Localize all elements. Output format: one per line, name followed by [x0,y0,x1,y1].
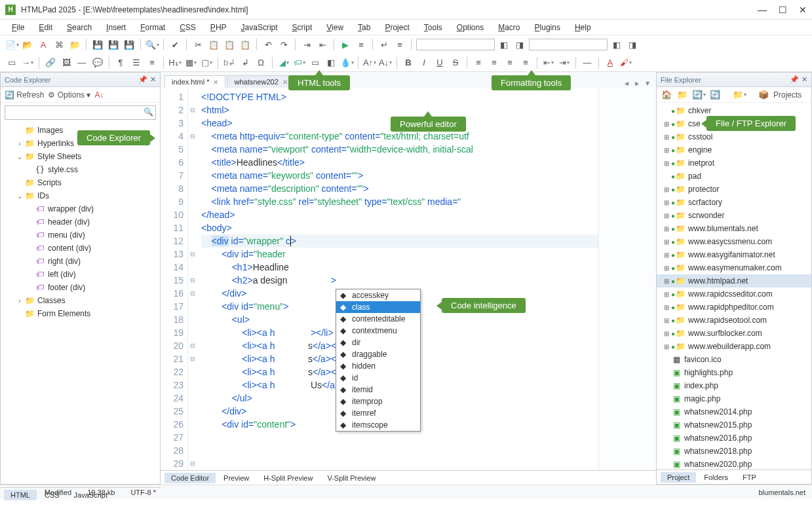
link-icon[interactable]: 🔗 [44,56,57,69]
bottom-tab[interactable]: Folders [697,472,735,483]
tab-menu-icon[interactable]: ▾ [643,79,652,88]
autocomplete-item[interactable]: ◆contextmenu [336,325,420,337]
close-panel-icon[interactable]: ✕ [802,75,807,84]
tree-item[interactable]: 🏷left (div) [1,268,160,281]
tree-item[interactable]: ▣magic.php [657,392,811,405]
autocomplete-item[interactable]: ◆itemprop [336,396,420,407]
tree-item[interactable]: ⊞● 📁www.surfblocker.com [657,327,811,340]
autocomplete-item[interactable]: ◆itemscope [336,419,420,431]
menu-edit[interactable]: Edit [32,22,59,33]
combo1-btn1[interactable]: ◧ [497,38,511,51]
folder-icon[interactable]: 📁 [676,88,688,101]
tag-icon[interactable]: 🏷 [293,56,306,69]
comment-icon[interactable]: 💬 [91,56,104,69]
preview-button[interactable]: ▶ [339,38,352,51]
autocomplete-item[interactable]: ◆dir [336,337,420,348]
tree-item[interactable]: ● 📁pad [657,170,811,183]
combo2-btn2[interactable]: ◨ [626,38,639,51]
align-justify-icon[interactable]: ≡ [519,56,532,69]
tree-item[interactable]: ● 📁chkver [657,104,811,117]
tb2-page[interactable]: ▭ [5,56,18,69]
autocomplete-item[interactable]: ◆class [336,301,420,313]
tab-next-icon[interactable]: ▸ [632,79,642,88]
tree-item[interactable]: ▣whatsnew2018.php [657,445,811,458]
tag-highlight-icon[interactable]: ◢ [277,56,290,69]
menu-tab[interactable]: Tab [351,22,377,33]
list-ul-icon[interactable]: ☰ [130,56,143,69]
tab-close-icon[interactable]: ✕ [213,79,218,86]
paint-icon[interactable]: 🖌 [619,56,632,69]
new-file-button[interactable]: 📄 [5,38,18,51]
save-all-button[interactable]: 💾 [107,38,120,51]
tree-item[interactable]: ▦favicon.ico [657,353,811,366]
tree-item[interactable]: ⊞● 📁www.easycssmenu.com [657,235,811,248]
tree-item[interactable]: ⌄📁Style Sheets [1,150,160,163]
menu-format[interactable]: Format [134,22,172,33]
copy-button[interactable]: 📋 [207,38,220,51]
tree-item[interactable]: ⊞● 📁scrfactory [657,196,811,209]
strike-icon[interactable]: S [449,56,462,69]
tree-item[interactable]: ⌄📁IDs [1,189,160,202]
combobox-1[interactable] [416,39,495,50]
autocomplete-item[interactable]: ◆draggable [336,348,420,360]
bottom-tab[interactable]: FTP [736,472,763,483]
menu-project[interactable]: Project [378,22,416,33]
insert-icon[interactable]: ▭ [309,56,322,69]
tree-item[interactable]: 🏷footer (div) [1,281,160,294]
tree-item[interactable]: ▣whatsnew2015.php [657,418,811,432]
tree-item[interactable]: ⊞● 📁www.htmlpad.net [657,274,811,287]
image-icon[interactable]: 🖼 [60,56,73,69]
tree-item[interactable]: ⊞● 📁inetprot [657,157,811,170]
text-color-icon[interactable]: A [604,56,617,69]
paragraph-icon[interactable]: ¶ [114,56,127,69]
new-folder-icon[interactable]: 📁 [733,88,746,101]
tree-item[interactable]: ⊞● 📁www.webuilderapp.com [657,340,811,353]
combo2-btn1[interactable]: ◧ [610,38,623,51]
undo-button[interactable]: ↶ [261,38,275,51]
pin-icon[interactable]: 📌 [790,75,799,84]
combo1-btn2[interactable]: ◨ [513,38,526,51]
tree-item[interactable]: ⊞● 📁www.rapidphpeditor.com [657,301,811,314]
tree-item[interactable]: ▣highlights.php [657,366,811,379]
autocomplete-item[interactable]: ◆contenteditable [336,313,420,325]
tab-prev-icon[interactable]: ◂ [622,79,631,88]
tree-item[interactable]: ⊞● 📁csstool [657,130,811,143]
editor-tab[interactable]: whatsnew202✕ [227,75,294,88]
menu-macro[interactable]: Macro [492,22,526,33]
list-ol-icon[interactable]: ≡ [145,56,159,69]
bottom-tab[interactable]: CSS [38,490,66,500]
align-right-icon[interactable]: ≡ [503,56,516,69]
bottom-tab[interactable]: JavaScript [68,490,114,500]
save-button[interactable]: 💾 [91,38,104,51]
tree-item[interactable]: 📁Scripts [1,176,160,189]
code-explorer-search[interactable] [5,105,156,120]
home-icon[interactable]: 🏠 [661,88,672,101]
close-panel-icon[interactable]: ✕ [150,75,156,84]
menu-file[interactable]: File [5,22,31,33]
minimize-button[interactable]: — [758,5,767,15]
bottom-tab[interactable]: Preview [217,473,256,483]
menu-insert[interactable]: Insert [100,22,132,33]
font-inc-icon[interactable]: A↑ [363,56,376,69]
bottom-tab[interactable]: Project [661,472,696,483]
pin-icon[interactable]: 📌 [138,75,147,84]
tb2-arrow[interactable]: → [21,56,34,69]
return-icon[interactable]: ↲ [239,56,252,69]
tree-item[interactable]: 🏷wrapper (div) [1,202,160,215]
indent-right-icon[interactable]: ⇥ [558,56,571,69]
sort-button[interactable]: A↓ [94,90,104,100]
bottom-tab[interactable]: H-Split Preview [257,473,319,483]
tree-item[interactable]: ⊞● 📁www.easygifanimator.net [657,248,811,261]
tree-item[interactable]: ⊞● 📁protector [657,183,811,196]
tree-item[interactable]: 🏷menu (div) [1,229,160,242]
bold-icon[interactable]: B [402,56,415,69]
menu-javascript[interactable]: JavaScript [235,22,284,33]
word-wrap-button[interactable]: ↵ [377,38,391,51]
hr-icon[interactable]: — [581,56,594,69]
tree-item[interactable]: 🏷header (div) [1,215,160,229]
autocomplete-item[interactable]: ◆itemid [336,384,420,396]
autocomplete-popup[interactable]: ◆accesskey◆class◆contenteditable◆context… [336,289,421,432]
menu-css[interactable]: CSS [173,22,203,33]
refresh-icon[interactable]: 🔄 [692,88,705,101]
tree-item[interactable]: ›📁Classes [1,294,160,307]
